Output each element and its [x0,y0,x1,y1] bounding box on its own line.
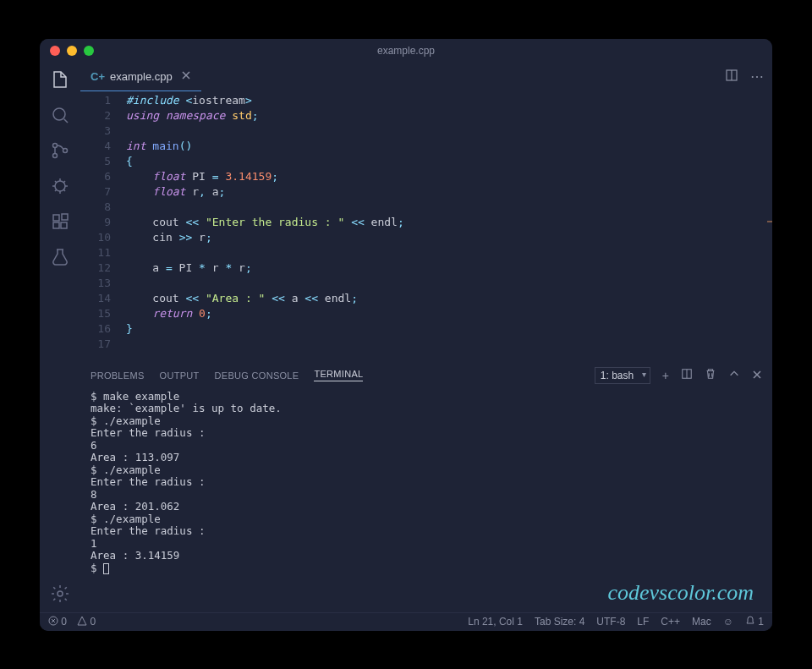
status-feedback-icon[interactable]: ☺ [723,616,733,628]
status-encoding[interactable]: UTF-8 [596,616,625,628]
panel-tab-problems[interactable]: PROBLEMS [91,370,145,381]
source-control-icon[interactable] [50,140,70,161]
status-eol[interactable]: LF [637,616,649,628]
maximize-window-button[interactable] [84,46,94,56]
svg-point-2 [53,153,58,157]
status-language[interactable]: C++ [661,616,680,628]
status-errors[interactable]: 0 [48,616,67,628]
svg-rect-7 [61,222,67,228]
editor-tab[interactable]: C+ example.cpp [80,63,201,91]
activity-bar [40,63,80,612]
status-os[interactable]: Mac [692,616,711,628]
watermark: codevscolor.com [607,580,754,606]
status-warnings[interactable]: 0 [77,616,96,628]
vscode-window: example.cpp [40,39,772,631]
window-title: example.cpp [377,45,435,57]
status-tab-size[interactable]: Tab Size: 4 [535,616,584,628]
settings-gear-icon[interactable] [50,584,70,604]
window-controls [50,46,94,56]
debug-icon[interactable] [50,176,70,196]
close-panel-icon[interactable] [752,369,762,382]
status-notifications[interactable]: 1 [745,616,764,628]
extensions-icon[interactable] [50,211,70,232]
cpp-file-icon: C+ [91,70,105,83]
svg-point-0 [53,108,65,120]
new-terminal-icon[interactable]: + [662,369,669,382]
panel-tab-debug-console[interactable]: DEBUG CONSOLE [215,370,299,381]
svg-point-1 [53,143,58,147]
svg-rect-6 [53,222,59,228]
explorer-icon[interactable] [50,69,70,90]
terminal-cursor [103,563,109,574]
kill-terminal-icon[interactable] [705,368,716,382]
more-actions-icon[interactable]: ⋯ [750,69,764,85]
code-content[interactable]: #include <iostream>using namespace std; … [126,91,772,362]
close-tab-icon[interactable] [181,70,191,83]
terminal-selector[interactable]: 1: bash [595,367,650,384]
svg-point-9 [58,591,63,596]
testing-icon[interactable] [50,247,70,267]
split-terminal-icon[interactable] [681,368,693,382]
line-gutter: 1234567891011121314151617 [80,91,126,362]
tab-filename: example.cpp [110,70,173,83]
titlebar: example.cpp [40,39,772,63]
minimize-window-button[interactable] [67,46,77,56]
status-bar: 0 0 Ln 21, Col 1 Tab Size: 4 UTF-8 LF C+… [40,612,772,631]
split-editor-icon[interactable] [725,69,738,85]
svg-rect-5 [53,215,59,221]
bottom-panel: PROBLEMS OUTPUT DEBUG CONSOLE TERMINAL 1… [80,362,772,612]
panel-tab-row: PROBLEMS OUTPUT DEBUG CONSOLE TERMINAL 1… [80,362,772,389]
editor-tab-row: C+ example.cpp ⋯ [80,63,772,91]
code-editor[interactable]: 1234567891011121314151617 #include <iost… [80,91,772,362]
minimap[interactable] [705,91,772,362]
panel-tab-output[interactable]: OUTPUT [160,370,200,381]
close-window-button[interactable] [50,46,60,56]
svg-rect-8 [62,214,68,220]
terminal-output[interactable]: $ make example make: `example' is up to … [80,389,772,612]
status-cursor-position[interactable]: Ln 21, Col 1 [468,616,523,628]
svg-point-3 [63,148,68,152]
search-icon[interactable] [50,105,70,125]
panel-tab-terminal[interactable]: TERMINAL [314,369,363,381]
maximize-panel-icon[interactable] [728,368,740,382]
